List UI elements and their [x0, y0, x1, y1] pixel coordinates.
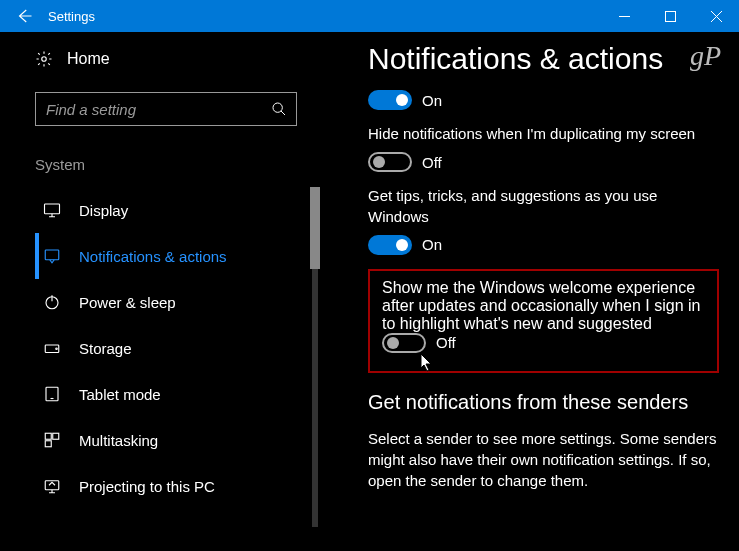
sidebar-item-power[interactable]: Power & sleep: [35, 279, 330, 325]
main-panel: gP Notifications & actions On Hide notif…: [330, 32, 739, 551]
setting-row: On: [368, 90, 719, 110]
toggle-switch[interactable]: [368, 90, 412, 110]
power-icon: [43, 293, 61, 311]
toggle-state: Off: [422, 154, 442, 171]
sidebar-item-display[interactable]: Display: [35, 187, 330, 233]
scrollbar-thumb[interactable]: [310, 187, 320, 269]
sidebar-item-storage[interactable]: Storage: [35, 325, 330, 371]
toggle-state: On: [422, 92, 442, 109]
gear-icon: [35, 50, 53, 68]
highlighted-setting: Show me the Windows welcome experience a…: [368, 269, 719, 373]
toggle-switch[interactable]: [382, 333, 426, 353]
watermark: gP: [690, 40, 721, 72]
back-button[interactable]: [0, 0, 48, 32]
section-description: Select a sender to see more settings. So…: [368, 428, 719, 491]
svg-rect-0: [665, 11, 675, 21]
maximize-button[interactable]: [647, 0, 693, 32]
home-label: Home: [67, 50, 110, 68]
sidebar-item-tablet[interactable]: Tablet mode: [35, 371, 330, 417]
svg-point-2: [273, 103, 282, 112]
group-label: System: [35, 156, 330, 173]
multitasking-icon: [43, 431, 61, 449]
window-title: Settings: [48, 9, 601, 24]
nav-list: Display Notifications & actions Power & …: [35, 187, 330, 509]
toggle-switch[interactable]: [368, 235, 412, 255]
minimize-button[interactable]: [601, 0, 647, 32]
svg-rect-11: [45, 441, 51, 447]
titlebar: Settings: [0, 0, 739, 32]
setting-row: Hide notifications when I'm duplicating …: [368, 124, 719, 172]
svg-rect-4: [45, 250, 59, 260]
sidebar-item-label: Multitasking: [79, 432, 158, 449]
display-icon: [43, 201, 61, 219]
notifications-icon: [43, 247, 61, 265]
toggle-switch[interactable]: [368, 152, 412, 172]
svg-point-1: [42, 57, 47, 62]
setting-label: Show me the Windows welcome experience a…: [382, 279, 705, 333]
search-icon: [262, 101, 296, 117]
svg-rect-9: [45, 433, 51, 439]
projecting-icon: [43, 477, 61, 495]
sidebar-item-projecting[interactable]: Projecting to this PC: [35, 463, 330, 509]
page-title: Notifications & actions: [368, 42, 719, 76]
svg-rect-10: [53, 433, 59, 439]
sidebar-item-notifications[interactable]: Notifications & actions: [35, 233, 330, 279]
search-field[interactable]: [36, 101, 262, 118]
toggle-state: Off: [436, 334, 456, 351]
search-input[interactable]: [35, 92, 297, 126]
sidebar: Home System Display Notifications & acti…: [0, 32, 330, 551]
sidebar-item-label: Power & sleep: [79, 294, 176, 311]
section-heading: Get notifications from these senders: [368, 391, 719, 414]
setting-label: Hide notifications when I'm duplicating …: [368, 124, 719, 144]
sidebar-item-label: Projecting to this PC: [79, 478, 215, 495]
close-button[interactable]: [693, 0, 739, 32]
setting-row: Get tips, tricks, and suggestions as you…: [368, 186, 719, 255]
setting-label: Get tips, tricks, and suggestions as you…: [368, 186, 719, 227]
svg-point-7: [56, 348, 58, 350]
cursor-icon: [420, 353, 434, 373]
storage-icon: [43, 339, 61, 357]
sidebar-item-multitasking[interactable]: Multitasking: [35, 417, 330, 463]
svg-rect-3: [45, 204, 60, 214]
sidebar-item-label: Storage: [79, 340, 132, 357]
sidebar-item-label: Display: [79, 202, 128, 219]
tablet-icon: [43, 385, 61, 403]
sidebar-item-label: Tablet mode: [79, 386, 161, 403]
toggle-state: On: [422, 236, 442, 253]
home-button[interactable]: Home: [35, 50, 330, 68]
sidebar-item-label: Notifications & actions: [79, 248, 227, 265]
